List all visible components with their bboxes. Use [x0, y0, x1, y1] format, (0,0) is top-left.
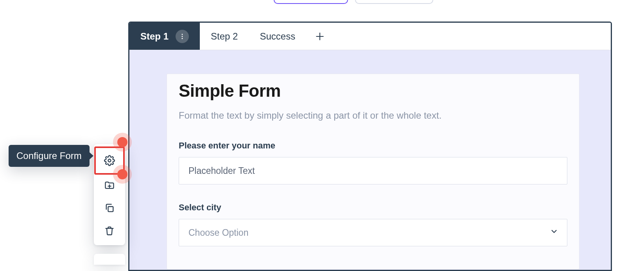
- form-action-toolbar: [94, 144, 125, 245]
- city-field-label[interactable]: Select city: [179, 202, 567, 213]
- tab-more-menu[interactable]: [176, 30, 189, 43]
- svg-rect-8: [108, 207, 113, 212]
- city-select-placeholder: Choose Option: [188, 228, 248, 238]
- city-select[interactable]: Choose Option: [179, 219, 567, 246]
- form-title[interactable]: Simple Form: [179, 81, 567, 101]
- form-editor-canvas: Step 1 Step 2 Success Simple Form Format…: [128, 22, 612, 271]
- tab-label: Step 1: [140, 31, 169, 42]
- tab-step-2[interactable]: Step 2: [200, 23, 249, 50]
- top-button-secondary[interactable]: [355, 0, 433, 4]
- secondary-toolbar-stub: [94, 254, 125, 265]
- highlight-pulse-bottom: [117, 169, 127, 179]
- form-stage: Simple Form Format the text by simply se…: [129, 50, 611, 270]
- svg-point-2: [182, 38, 183, 39]
- add-tab-button[interactable]: [306, 23, 334, 50]
- copy-icon: [104, 202, 115, 213]
- svg-point-1: [182, 36, 183, 37]
- highlight-pulse-top: [117, 137, 127, 147]
- duplicate-button[interactable]: [97, 197, 122, 219]
- tab-step-1[interactable]: Step 1: [129, 23, 200, 50]
- folder-plus-icon: [104, 180, 115, 191]
- form-card[interactable]: Simple Form Format the text by simply se…: [167, 74, 579, 269]
- more-vertical-icon: [179, 33, 186, 40]
- trash-icon: [104, 225, 115, 236]
- configure-form-tooltip: Configure Form: [9, 145, 90, 167]
- svg-point-0: [182, 34, 183, 35]
- form-subtitle[interactable]: Format the text by simply selecting a pa…: [179, 110, 567, 121]
- name-field-label[interactable]: Please enter your name: [179, 141, 567, 151]
- svg-point-5: [108, 159, 111, 162]
- step-tabs: Step 1 Step 2 Success: [129, 23, 611, 50]
- gear-icon: [104, 155, 115, 166]
- tab-success[interactable]: Success: [249, 23, 306, 50]
- tab-label: Step 2: [211, 31, 238, 42]
- tab-label: Success: [260, 31, 295, 42]
- chevron-down-icon: [550, 227, 558, 238]
- plus-icon: [315, 31, 325, 42]
- top-button-primary[interactable]: [274, 0, 348, 4]
- top-button-row: [274, 0, 433, 4]
- name-input[interactable]: [179, 157, 567, 184]
- delete-button[interactable]: [97, 219, 122, 242]
